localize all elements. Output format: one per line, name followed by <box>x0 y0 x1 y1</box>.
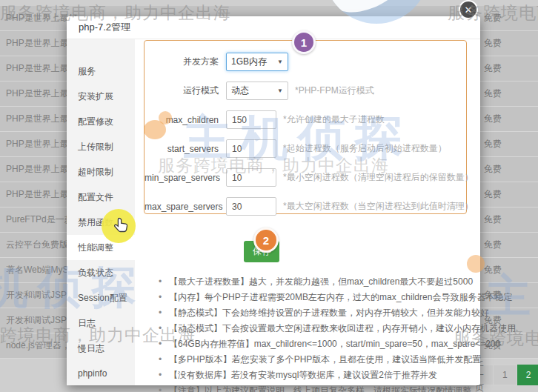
chevron-down-icon: ▼ <box>277 87 283 94</box>
form-row: 运行模式动态▼*PHP-FPM运行模式 <box>145 76 466 105</box>
step-1-badge: 1 <box>292 30 316 54</box>
sidebar-item[interactable]: 配置文件 <box>67 185 135 210</box>
price-label: 免费 <box>484 138 502 150</box>
pagination-page: 2 <box>517 365 538 385</box>
price-label: 免费 <box>484 87 502 100</box>
sidebar-item[interactable]: 负载状态 <box>67 260 135 285</box>
chevron-down-icon: ▼ <box>277 59 283 65</box>
form-row: max_children*允许创建的最大子进程数 <box>145 105 466 134</box>
sidebar-item[interactable]: 安装扩展 <box>67 84 135 109</box>
close-icon: ✕ <box>465 4 473 16</box>
max-spare-servers-input[interactable] <box>226 197 276 216</box>
price-label: 免费 <box>484 188 502 201</box>
sidebar-item[interactable]: Session配置 <box>67 285 135 310</box>
close-button[interactable]: ✕ <box>459 0 478 19</box>
concurrency-plan-select[interactable]: 1GB内存▼ <box>226 53 288 71</box>
price-label: 免费 <box>484 113 502 125</box>
price-label: 免费 <box>484 264 502 276</box>
min-spare-servers-input[interactable] <box>226 168 276 187</box>
run-mode-select[interactable]: 动态▼ <box>226 82 288 100</box>
start-servers-hint: *起始进程数（服务启动后初始进程数量） <box>283 142 447 155</box>
note-item: 【注意】以上为建议配置说明，线上项目复杂多样，请根据实际情况酌情调整 <box>159 383 470 392</box>
note-item: 【没有数据库】若没有安装mysql等数据库，建议设置2倍于推荐并发 <box>159 368 470 383</box>
price-label: 免费 <box>484 37 502 50</box>
min-spare-servers-label: min_spare_servers <box>145 173 219 183</box>
dialog-title: php-7.2管理 <box>67 16 480 39</box>
max-children-hint: *允许创建的最大子进程数 <box>283 113 385 126</box>
dialog-content: 并发方案1GB内存▼运行模式动态▼*PHP-FPM运行模式max_childre… <box>135 39 480 385</box>
max-spare-servers-hint: *最大空闲进程数（当空闲进程达到此值时清理） <box>283 200 474 213</box>
click-highlight <box>102 209 136 243</box>
min-spare-servers-hint: *最小空闲进程数（清理空闲进程后的保留数量） <box>283 171 474 184</box>
concurrency-plan-label: 并发方案 <box>145 56 219 68</box>
note-item: 【动态模式】下会按设置最大空闲进程数来收回进程，内存开销小，建议小内存机器使用 <box>159 321 470 336</box>
price-label: 免费 <box>484 163 502 176</box>
note-item: 【最大子进程数量】越大，并发能力越强，但max_children最大不要超过50… <box>159 274 470 290</box>
sidebar-item[interactable]: phpinfo <box>67 361 135 386</box>
run-mode-value: 动态 <box>231 84 249 97</box>
price-label: 免费 <box>484 12 502 24</box>
price-label: 免费 <box>484 239 502 251</box>
form-row: max_spare_servers*最大空闲进程数（当空闲进程达到此值时清理） <box>145 192 466 221</box>
form-row: min_spare_servers*最小空闲进程数（清理空闲进程后的保留数量） <box>145 163 466 192</box>
sidebar-item[interactable]: 配置修改 <box>67 109 135 134</box>
price-label: 免费 <box>484 213 502 226</box>
form-row: start_servers*起始进程数（服务启动后初始进程数量） <box>145 134 466 163</box>
note-item: 【多PHP版本】若您安装了多个PHP版本，且都在使用，建议适当降低并发配置 <box>159 352 470 368</box>
price-label: 免费 <box>484 62 502 75</box>
max-children-label: max_children <box>145 115 219 125</box>
note-item: 【静态模式】下会始终维持设置的子进程数量，对内存开销较大，但并发能力较好 <box>159 305 470 321</box>
run-mode-label: 运行模式 <box>145 84 219 97</box>
concurrency-plan-value: 1GB内存 <box>231 56 267 68</box>
sidebar-item[interactable]: 服务 <box>67 59 135 84</box>
max-children-input[interactable] <box>226 110 276 129</box>
sidebar-item[interactable]: 慢日志 <box>67 336 135 361</box>
sidebar-item[interactable]: 上传限制 <box>67 134 135 159</box>
max-spare-servers-label: max_spare_servers <box>145 202 219 212</box>
sidebar-item[interactable]: 日志 <box>67 310 135 336</box>
run-mode-hint: *PHP-FPM运行模式 <box>295 84 374 97</box>
performance-form: 并发方案1GB内存▼运行模式动态▼*PHP-FPM运行模式max_childre… <box>144 40 467 214</box>
note-item: 【内存】每个PHP子进程需要20MB左右内存，过大的max_children会导… <box>159 290 470 305</box>
sidebar-item[interactable]: 超时限制 <box>67 159 135 185</box>
start-servers-label: start_servers <box>145 144 219 154</box>
step-2-badge: 2 <box>253 227 279 253</box>
hand-cursor-icon <box>113 217 130 235</box>
php-manage-dialog: php-7.2管理 服务安装扩展配置修改上传限制超时限制配置文件禁用函数性能调整… <box>67 16 480 385</box>
start-servers-input[interactable] <box>226 139 276 158</box>
note-item: 【64GB内存推荐值】max_children<=1000，start/min_… <box>159 336 470 352</box>
pagination-page: 1 <box>494 365 517 385</box>
notes-list: 【最大子进程数量】越大，并发能力越强，但max_children最大不要超过50… <box>159 274 470 392</box>
